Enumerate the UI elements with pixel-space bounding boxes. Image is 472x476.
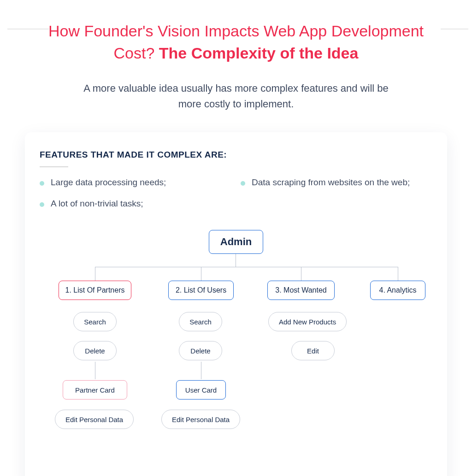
node-list-of-partners: 1. List Of Partners [59,281,131,300]
connector [201,267,201,281]
admin-diagram: Admin 1. List Of Partners 2. List Of Use… [40,230,432,465]
node-partners-delete: Delete [73,341,117,360]
section-heading: FEATURES THAT MADE IT COMPLEX ARE: [40,150,432,160]
bullet-item: Large data processing needs; [40,177,231,188]
bullet-text: A lot of non-trivial tasks; [51,199,143,209]
node-users-delete: Delete [179,341,222,360]
connector [236,254,236,267]
node-admin-root: Admin [209,230,263,254]
bullet-text: Large data processing needs; [51,177,166,188]
connector [398,267,398,281]
bullet-list: Large data processing needs; Data scrapi… [40,177,432,209]
node-users-search: Search [179,312,222,331]
content-card: FEATURES THAT MADE IT COMPLEX ARE: Large… [25,132,447,476]
section-underline [40,166,68,167]
decorative-line-left [7,29,49,29]
bullet-item: A lot of non-trivial tasks; [40,199,231,209]
decorative-line-right [441,29,468,29]
connector [95,362,95,379]
page-title: How Founder's Vision Impacts Web App Dev… [47,20,425,64]
node-list-of-users: 2. List Of Users [168,281,234,300]
connector [95,267,95,281]
bullet-dot-icon [241,181,245,186]
bullet-dot-icon [40,202,44,207]
connector [301,267,301,281]
title-block: How Founder's Vision Impacts Web App Dev… [0,0,472,64]
node-partners-search: Search [73,312,117,331]
node-most-wanted: 3. Most Wanted [267,281,335,300]
title-bold: The Complexity of the Idea [159,44,359,62]
connector [95,267,398,267]
page-subtitle: A more valuable idea usually has more co… [75,81,397,112]
node-users-edit-personal-data: Edit Personal Data [161,410,240,429]
node-user-card: User Card [176,380,226,400]
bullet-text: Data scraping from websites on the web; [252,177,410,188]
node-analytics: 4. Analytics [370,281,425,300]
node-partner-card: Partner Card [63,380,127,400]
bullet-dot-icon [40,181,44,186]
bullet-item: Data scraping from websites on the web; [241,177,432,188]
node-add-new-products: Add New Products [268,312,347,331]
node-most-wanted-edit: Edit [291,341,335,360]
connector [201,362,201,379]
node-partners-edit-personal-data: Edit Personal Data [55,410,134,429]
